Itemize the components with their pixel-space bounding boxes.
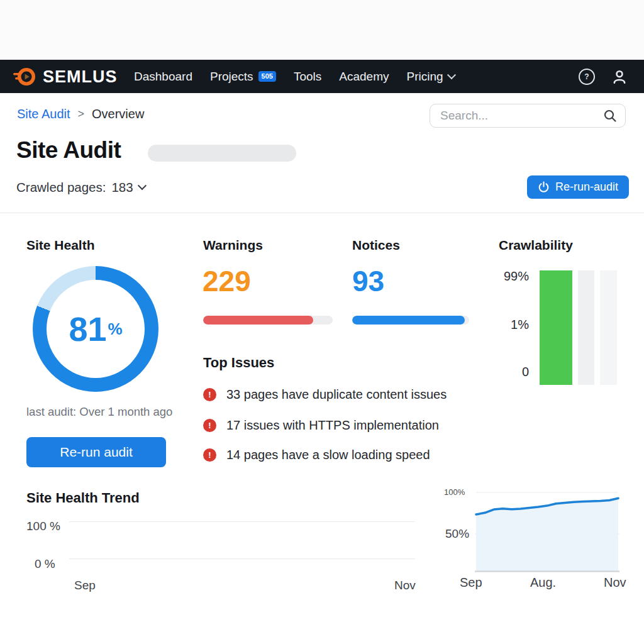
help-icon[interactable]: ?	[579, 69, 595, 85]
error-glyph: !	[208, 390, 211, 399]
rerun-audit-top-label: Re-run-audit	[555, 180, 618, 194]
rerun-audit-button[interactable]: Re-run audit	[26, 437, 166, 467]
rerun-audit-label: Re-run audit	[60, 445, 133, 460]
nav-item-academy[interactable]: Academy	[339, 70, 389, 84]
warnings-count: 229	[203, 264, 251, 298]
crawlability-label-1: 1%	[499, 318, 529, 332]
nav-label: Projects	[210, 70, 253, 84]
trend-x-label-nov: Nov	[394, 579, 416, 592]
notices-bar-fill	[352, 316, 465, 325]
site-health-trend-title: Site Health Trend	[26, 490, 140, 506]
search-icon[interactable]	[602, 108, 618, 123]
last-audit-text: last audit: Over 1 month ago	[26, 405, 172, 419]
crawled-pages-label: Crawled pages:	[16, 180, 106, 195]
issue-text: 14 pages have a slow loading speed	[226, 448, 430, 462]
crawlability-bar-gray-1	[578, 270, 594, 385]
title-skeleton-bar	[148, 145, 296, 162]
crawlability-bar-chart	[540, 270, 617, 385]
warnings-bar-fill	[203, 316, 313, 325]
nav-item-pricing[interactable]: Pricing	[407, 70, 455, 84]
nav-label: Pricing	[407, 70, 443, 84]
semlus-logo-icon	[13, 65, 36, 89]
nav-right-icons: ?	[579, 60, 628, 93]
nav-item-projects[interactable]: Projects505	[210, 70, 276, 84]
power-icon	[538, 181, 550, 193]
mini-x-label-aug: Aug.	[530, 575, 556, 590]
error-icon: !	[203, 419, 216, 432]
nav-label: Tools	[294, 70, 321, 84]
user-icon[interactable]	[611, 69, 628, 85]
top-issues-title: Top Issues	[203, 355, 274, 371]
site-health-value: 81	[69, 309, 106, 348]
site-health-title: Site Health	[26, 238, 95, 253]
mini-trend-chart	[475, 486, 619, 572]
warnings-bar-track	[203, 316, 333, 325]
top-band	[0, 0, 644, 60]
brand-logo[interactable]: SEMLUS	[13, 65, 118, 89]
mini-trend-y-label-50: 50%	[445, 527, 469, 541]
projects-count-badge: 505	[258, 71, 276, 81]
trend-gridline-100	[69, 521, 415, 522]
breadcrumb-current: Overview	[92, 107, 144, 121]
chevron-down-icon	[447, 70, 456, 79]
notices-count: 93	[352, 264, 384, 298]
mini-x-label-sep: Sep	[460, 575, 482, 590]
issue-row: ! 33 pages have duplicate content issues	[203, 387, 447, 402]
trend-y-label-100: 100 %	[26, 519, 60, 533]
site-health-percent-sign: %	[108, 319, 122, 339]
site-health-donut-center: 81 %	[47, 280, 145, 378]
warnings-title: Warnings	[203, 238, 263, 253]
nav-links: Dashboard Projects505 Tools Academy Pric…	[134, 60, 455, 93]
navbar: SEMLUS Dashboard Projects505 Tools Acade…	[0, 60, 644, 93]
notices-bar-track	[352, 316, 469, 325]
search-input[interactable]	[439, 108, 602, 123]
site-health-donut: 81 %	[33, 266, 158, 392]
issue-row: ! 14 pages have a slow loading speed	[203, 448, 430, 462]
trend-y-label-0: 0 %	[35, 557, 55, 571]
crawlability-bar-gray-2	[600, 270, 617, 385]
nav-label: Dashboard	[134, 70, 192, 84]
breadcrumb-site-audit-link[interactable]: Site Audit	[17, 107, 70, 121]
error-icon: !	[203, 388, 216, 401]
mini-x-label-nov: Nov	[604, 575, 626, 590]
notices-title: Notices	[352, 238, 400, 253]
issue-text: 33 pages have duplicate content issues	[226, 387, 447, 402]
search-box	[430, 104, 626, 128]
crawlability-label-0: 0	[499, 365, 529, 379]
chevron-down-icon	[138, 181, 147, 190]
nav-item-dashboard[interactable]: Dashboard	[134, 70, 192, 84]
issue-row: ! 17 issues with HTTPS implementation	[203, 418, 439, 433]
page-title: Site Audit	[16, 137, 121, 164]
nav-label: Academy	[339, 70, 389, 84]
brand-name: SEMLUS	[43, 67, 118, 87]
error-icon: !	[203, 448, 216, 462]
rerun-audit-top-button[interactable]: Re-run-audit	[527, 175, 629, 199]
trend-x-label-sep: Sep	[74, 579, 96, 592]
crawled-pages-dropdown[interactable]: Crawled pages: 183	[16, 180, 145, 195]
section-divider	[0, 213, 644, 213]
mini-trend-y-label-100: 100%	[444, 487, 465, 497]
nav-item-tools[interactable]: Tools	[294, 70, 321, 84]
crawlability-title: Crawlability	[499, 238, 573, 253]
crawled-pages-value: 183	[111, 180, 133, 195]
trend-gridline-0	[69, 558, 415, 559]
help-glyph: ?	[584, 72, 589, 81]
breadcrumb-separator: >	[78, 108, 85, 121]
issue-text: 17 issues with HTTPS implementation	[226, 418, 439, 433]
crawlability-bar-green	[540, 270, 572, 385]
crawlability-label-99: 99%	[499, 269, 529, 284]
error-glyph: !	[208, 421, 211, 430]
breadcrumb: Site Audit > Overview	[17, 107, 144, 121]
error-glyph: !	[208, 450, 211, 460]
